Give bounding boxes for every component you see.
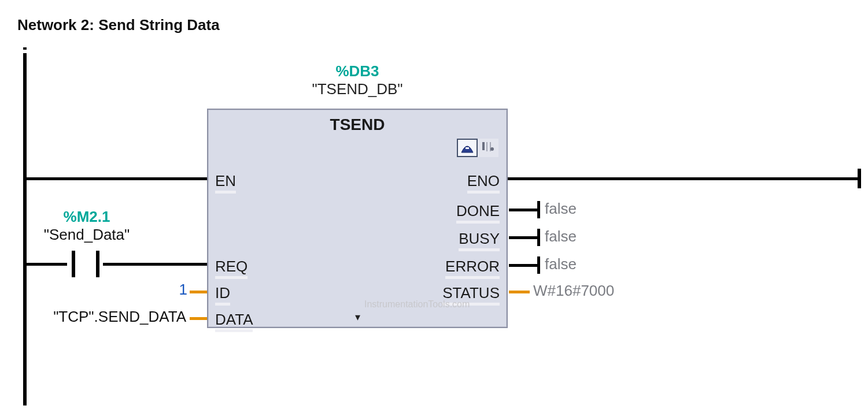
svg-rect-1: [482, 142, 485, 150]
value-busy: false: [545, 228, 577, 245]
block-instance-label: %DB3 "TSEND_DB": [207, 62, 508, 98]
param-id: ID: [215, 284, 230, 306]
param-req: REQ: [215, 258, 248, 279]
param-error: ERROR: [445, 258, 500, 279]
block-address: %DB3: [207, 62, 508, 80]
diagnostics-icon[interactable]: [457, 139, 478, 157]
block-symbol-name: "TSEND_DB": [207, 80, 508, 98]
param-en: EN: [215, 172, 236, 194]
power-rail-left: [23, 47, 27, 405]
watermark: InstrumentationTools.com: [364, 299, 470, 310]
contact-send-data[interactable]: [67, 251, 104, 277]
param-eno: ENO: [467, 172, 500, 194]
param-done: DONE: [456, 202, 500, 224]
wire-req-a: [27, 263, 67, 266]
svg-point-2: [490, 147, 494, 151]
contact-symbol: "Send_Data": [35, 226, 139, 244]
contact-address: %M2.1: [35, 208, 139, 226]
block-type-name: TSEND: [208, 116, 507, 134]
value-data[interactable]: "TCP".SEND_DATA: [43, 308, 186, 326]
value-done: false: [545, 200, 577, 218]
conn-data: [190, 317, 207, 320]
svg-rect-0: [466, 147, 469, 149]
value-status: W#16#7000: [533, 282, 614, 300]
stub-busy: [509, 229, 540, 246]
function-block-tsend[interactable]: TSEND EN REQ ID DATA ENO DONE B: [207, 109, 508, 328]
stub-done: [509, 201, 540, 218]
value-error: false: [545, 255, 577, 273]
wire-req-b: [103, 263, 207, 266]
conn-status: [509, 291, 530, 293]
wire-eno-end: [858, 169, 861, 188]
contact-label: %M2.1 "Send_Data": [35, 208, 139, 244]
wire-eno: [508, 177, 858, 180]
wire-en: [27, 177, 207, 180]
stub-error: [509, 256, 540, 274]
value-id[interactable]: 1: [173, 281, 187, 299]
ladder-network: Network 2: Send String Data %DB3 "TSEND_…: [0, 0, 868, 413]
param-busy: BUSY: [459, 230, 500, 251]
network-title: Network 2: Send String Data: [17, 16, 220, 34]
conn-id: [190, 291, 207, 293]
parameters-icon[interactable]: [478, 139, 498, 157]
expand-caret-icon[interactable]: ▾: [208, 311, 507, 323]
